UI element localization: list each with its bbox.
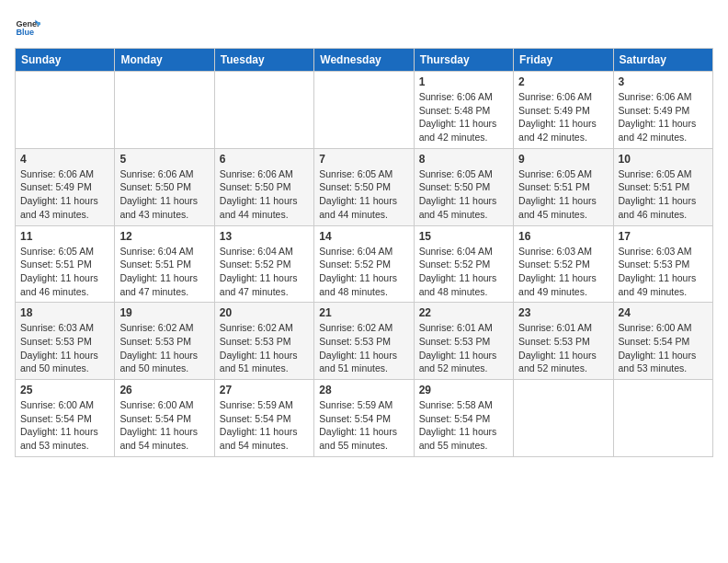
day-number: 10: [619, 153, 708, 166]
header-row: SundayMondayTuesdayWednesdayThursdayFrid…: [16, 49, 713, 72]
calendar-body: 1Sunrise: 6:06 AMSunset: 5:48 PMDaylight…: [16, 72, 713, 457]
day-info: Sunrise: 6:06 AMSunset: 5:49 PMDaylight:…: [20, 167, 109, 222]
day-number: 22: [419, 306, 508, 319]
calendar-cell: 5Sunrise: 6:06 AMSunset: 5:50 PMDaylight…: [115, 148, 214, 225]
header-cell-sunday: Sunday: [16, 49, 115, 72]
header-cell-thursday: Thursday: [414, 49, 513, 72]
day-info: Sunrise: 6:05 AMSunset: 5:50 PMDaylight:…: [319, 167, 408, 222]
calendar-cell: 22Sunrise: 6:01 AMSunset: 5:53 PMDayligh…: [414, 303, 513, 380]
calendar-cell: 16Sunrise: 6:03 AMSunset: 5:52 PMDayligh…: [514, 225, 613, 303]
week-row-5: 25Sunrise: 6:00 AMSunset: 5:54 PMDayligh…: [16, 380, 713, 457]
calendar-cell: [115, 72, 214, 149]
calendar-header: SundayMondayTuesdayWednesdayThursdayFrid…: [16, 49, 713, 72]
day-number: 28: [319, 384, 408, 396]
logo: General Blue: [15, 15, 48, 40]
day-number: 24: [619, 306, 708, 319]
calendar-cell: [613, 380, 712, 457]
header-cell-tuesday: Tuesday: [214, 49, 313, 72]
day-number: 21: [319, 306, 408, 319]
calendar-cell: 23Sunrise: 6:01 AMSunset: 5:53 PMDayligh…: [514, 303, 613, 380]
day-info: Sunrise: 6:02 AMSunset: 5:53 PMDaylight:…: [220, 321, 309, 375]
day-info: Sunrise: 5:59 AMSunset: 5:54 PMDaylight:…: [220, 398, 309, 453]
calendar-cell: 26Sunrise: 6:00 AMSunset: 5:54 PMDayligh…: [115, 380, 214, 457]
day-number: 26: [119, 384, 209, 396]
day-number: 18: [20, 306, 109, 319]
day-info: Sunrise: 6:00 AMSunset: 5:54 PMDaylight:…: [119, 398, 209, 453]
header-cell-friday: Friday: [514, 49, 613, 72]
day-number: 2: [518, 75, 608, 88]
day-number: 7: [319, 153, 408, 166]
day-number: 1: [419, 75, 508, 88]
header-cell-saturday: Saturday: [613, 49, 712, 72]
day-info: Sunrise: 6:01 AMSunset: 5:53 PMDaylight:…: [518, 321, 608, 375]
day-number: 12: [119, 230, 209, 243]
calendar-cell: 2Sunrise: 6:06 AMSunset: 5:49 PMDaylight…: [514, 72, 613, 149]
calendar-cell: [16, 72, 115, 149]
day-number: 16: [518, 230, 608, 243]
day-number: 13: [220, 230, 309, 243]
day-number: 23: [518, 306, 608, 319]
calendar-cell: 21Sunrise: 6:02 AMSunset: 5:53 PMDayligh…: [314, 303, 414, 380]
day-info: Sunrise: 6:04 AMSunset: 5:52 PMDaylight:…: [319, 245, 408, 299]
calendar-cell: 10Sunrise: 6:05 AMSunset: 5:51 PMDayligh…: [613, 148, 712, 225]
day-info: Sunrise: 6:06 AMSunset: 5:49 PMDaylight:…: [619, 90, 708, 144]
calendar-cell: [214, 72, 313, 149]
calendar-cell: 7Sunrise: 6:05 AMSunset: 5:50 PMDaylight…: [314, 148, 414, 225]
calendar-table: SundayMondayTuesdayWednesdayThursdayFrid…: [15, 48, 713, 457]
calendar-cell: 25Sunrise: 6:00 AMSunset: 5:54 PMDayligh…: [16, 380, 115, 457]
calendar-cell: 6Sunrise: 6:06 AMSunset: 5:50 PMDaylight…: [214, 148, 313, 225]
calendar-cell: 4Sunrise: 6:06 AMSunset: 5:49 PMDaylight…: [16, 148, 115, 225]
calendar-cell: 29Sunrise: 5:58 AMSunset: 5:54 PMDayligh…: [414, 380, 513, 457]
calendar-cell: 3Sunrise: 6:06 AMSunset: 5:49 PMDaylight…: [613, 72, 712, 149]
logo-icon: General Blue: [15, 15, 40, 40]
day-info: Sunrise: 6:02 AMSunset: 5:53 PMDaylight:…: [119, 321, 209, 375]
day-number: 29: [419, 384, 508, 396]
week-row-3: 11Sunrise: 6:05 AMSunset: 5:51 PMDayligh…: [16, 225, 713, 303]
day-info: Sunrise: 5:59 AMSunset: 5:54 PMDaylight:…: [319, 398, 408, 453]
day-number: 8: [419, 153, 508, 166]
day-info: Sunrise: 6:03 AMSunset: 5:52 PMDaylight:…: [518, 245, 608, 299]
day-info: Sunrise: 6:06 AMSunset: 5:50 PMDaylight:…: [119, 167, 209, 222]
calendar-cell: 24Sunrise: 6:00 AMSunset: 5:54 PMDayligh…: [613, 303, 712, 380]
header-cell-monday: Monday: [115, 49, 214, 72]
svg-text:Blue: Blue: [16, 28, 34, 37]
day-number: 27: [220, 384, 309, 396]
day-info: Sunrise: 6:04 AMSunset: 5:52 PMDaylight:…: [419, 245, 508, 299]
day-info: Sunrise: 6:06 AMSunset: 5:49 PMDaylight:…: [518, 90, 608, 144]
day-number: 25: [20, 384, 109, 396]
day-number: 19: [119, 306, 209, 319]
calendar-cell: [514, 380, 613, 457]
day-number: 6: [220, 153, 309, 166]
day-info: Sunrise: 5:58 AMSunset: 5:54 PMDaylight:…: [419, 398, 508, 453]
day-number: 11: [20, 230, 109, 243]
calendar-cell: 9Sunrise: 6:05 AMSunset: 5:51 PMDaylight…: [514, 148, 613, 225]
week-row-1: 1Sunrise: 6:06 AMSunset: 5:48 PMDaylight…: [16, 72, 713, 149]
day-info: Sunrise: 6:06 AMSunset: 5:48 PMDaylight:…: [419, 90, 508, 144]
calendar-cell: 28Sunrise: 5:59 AMSunset: 5:54 PMDayligh…: [314, 380, 414, 457]
day-info: Sunrise: 6:05 AMSunset: 5:51 PMDaylight:…: [20, 245, 109, 299]
day-number: 15: [419, 230, 508, 243]
calendar-cell: 27Sunrise: 5:59 AMSunset: 5:54 PMDayligh…: [214, 380, 313, 457]
day-info: Sunrise: 6:02 AMSunset: 5:53 PMDaylight:…: [319, 321, 408, 375]
day-number: 9: [518, 153, 608, 166]
calendar-cell: 12Sunrise: 6:04 AMSunset: 5:51 PMDayligh…: [115, 225, 214, 303]
day-info: Sunrise: 6:04 AMSunset: 5:51 PMDaylight:…: [119, 245, 209, 299]
calendar-cell: 1Sunrise: 6:06 AMSunset: 5:48 PMDaylight…: [414, 72, 513, 149]
page-header: General Blue: [15, 15, 713, 40]
day-info: Sunrise: 6:06 AMSunset: 5:50 PMDaylight:…: [220, 167, 309, 222]
day-info: Sunrise: 6:03 AMSunset: 5:53 PMDaylight:…: [20, 321, 109, 375]
svg-text:General: General: [16, 19, 40, 29]
day-info: Sunrise: 6:00 AMSunset: 5:54 PMDaylight:…: [20, 398, 109, 453]
day-number: 5: [119, 153, 209, 166]
calendar-cell: 13Sunrise: 6:04 AMSunset: 5:52 PMDayligh…: [214, 225, 313, 303]
day-number: 3: [619, 75, 708, 88]
calendar-cell: 14Sunrise: 6:04 AMSunset: 5:52 PMDayligh…: [314, 225, 414, 303]
day-info: Sunrise: 6:04 AMSunset: 5:52 PMDaylight:…: [220, 245, 309, 299]
day-info: Sunrise: 6:00 AMSunset: 5:54 PMDaylight:…: [619, 321, 708, 375]
day-info: Sunrise: 6:03 AMSunset: 5:53 PMDaylight:…: [619, 245, 708, 299]
day-number: 17: [619, 230, 708, 243]
calendar-cell: [314, 72, 414, 149]
day-number: 20: [220, 306, 309, 319]
week-row-4: 18Sunrise: 6:03 AMSunset: 5:53 PMDayligh…: [16, 303, 713, 380]
calendar-cell: 19Sunrise: 6:02 AMSunset: 5:53 PMDayligh…: [115, 303, 214, 380]
